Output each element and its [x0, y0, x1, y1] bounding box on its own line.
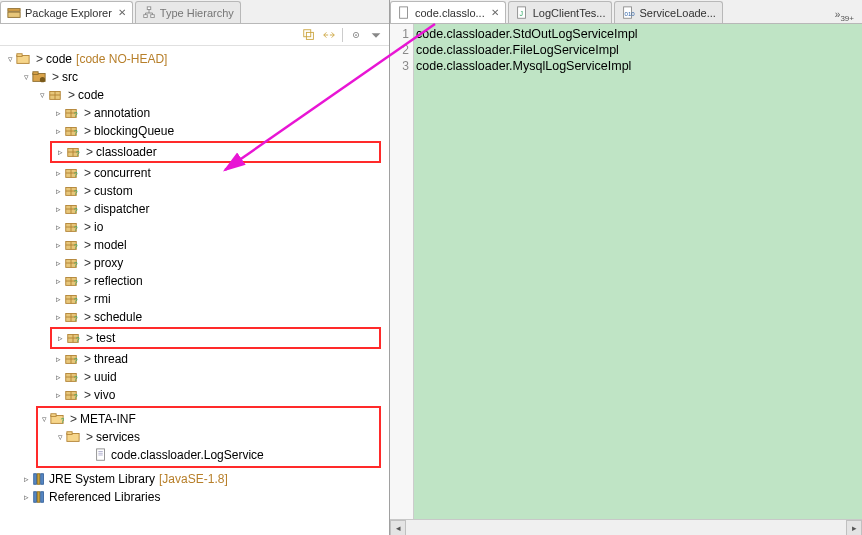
package-icon: ? [64, 238, 78, 252]
package-icon: ? [64, 166, 78, 180]
expand-arrow-icon[interactable] [52, 168, 64, 178]
svg-text:?: ? [76, 336, 80, 343]
expand-arrow-icon[interactable] [20, 72, 32, 82]
svg-text:?: ? [61, 417, 65, 424]
file-icon [397, 6, 411, 20]
tree-project[interactable]: > code [code NO-HEAD] [0, 50, 389, 68]
tree-package-schedule[interactable]: ?>schedule [0, 308, 389, 326]
expand-arrow-icon[interactable] [52, 276, 64, 286]
jre-decorator: [JavaSE-1.8] [159, 472, 228, 486]
expand-arrow-icon[interactable] [52, 108, 64, 118]
tree-package-concurrent[interactable]: ?>concurrent [0, 164, 389, 182]
expand-arrow-icon[interactable] [20, 474, 32, 484]
svg-rect-53 [34, 474, 37, 485]
src-label: src [62, 70, 78, 84]
tree-package-custom[interactable]: ?>custom [0, 182, 389, 200]
expand-arrow-icon[interactable] [52, 126, 64, 136]
horizontal-scrollbar[interactable]: ◂ ▸ [390, 519, 862, 535]
expand-arrow-icon[interactable] [52, 354, 64, 364]
tree-package-classloader[interactable]: ?>classloader [52, 143, 379, 161]
svg-rect-12 [33, 72, 38, 75]
tab-type-hierarchy[interactable]: Type Hierarchy [135, 1, 241, 23]
tree-package-blockingQueue[interactable]: ?>blockingQueue [0, 122, 389, 140]
file-icon [94, 448, 108, 462]
vcs-marker: > [68, 88, 75, 102]
tree-package-annotation[interactable]: ?>annotation [0, 104, 389, 122]
expand-arrow-icon[interactable] [52, 372, 64, 382]
package-icon: ? [64, 388, 78, 402]
expand-arrow-icon[interactable] [54, 432, 66, 442]
expand-arrow-icon[interactable] [52, 222, 64, 232]
folder-icon [66, 430, 80, 444]
tree-ref-libs[interactable]: Referenced Libraries [0, 488, 389, 506]
expand-arrow-icon[interactable] [20, 492, 32, 502]
library-icon [32, 490, 46, 504]
expand-arrow-icon[interactable] [52, 258, 64, 268]
expand-arrow-icon[interactable] [54, 147, 66, 157]
tree-package-io[interactable]: ?>io [0, 218, 389, 236]
vcs-marker: > [86, 331, 93, 345]
expand-arrow-icon[interactable] [52, 240, 64, 250]
tree-package-rmi[interactable]: ?>rmi [0, 290, 389, 308]
tree-package-model[interactable]: ?>model [0, 236, 389, 254]
focus-icon[interactable] [349, 28, 363, 42]
highlight-test: ?>test [50, 327, 381, 349]
svg-text:?: ? [74, 315, 78, 322]
close-icon[interactable]: ✕ [491, 7, 499, 18]
scroll-track[interactable] [406, 520, 846, 536]
project-tree[interactable]: > code [code NO-HEAD] > src > code ?>ann… [0, 46, 389, 535]
tree-package-vivo[interactable]: ?>vivo [0, 386, 389, 404]
expand-arrow-icon[interactable] [54, 333, 66, 343]
tree-service-file[interactable]: code.classloader.LogService [38, 446, 379, 464]
svg-rect-1 [8, 12, 20, 17]
vcs-marker: > [84, 124, 91, 138]
svg-text:?: ? [74, 375, 78, 382]
tree-src[interactable]: > src [0, 68, 389, 86]
tab-label: Type Hierarchy [160, 7, 234, 19]
tree-services[interactable]: > services [38, 428, 379, 446]
scroll-right-icon[interactable]: ▸ [846, 520, 862, 536]
close-icon[interactable]: ✕ [118, 7, 126, 18]
view-menu-icon[interactable] [369, 28, 383, 42]
expand-arrow-icon[interactable] [52, 390, 64, 400]
expand-arrow-icon[interactable] [52, 204, 64, 214]
tab-package-explorer[interactable]: Package Explorer ✕ [0, 1, 133, 23]
tree-jre[interactable]: JRE System Library [JavaSE-1.8] [0, 470, 389, 488]
link-editor-icon[interactable] [322, 28, 336, 42]
code-text-area[interactable]: code.classloader.StdOutLogServiceImpl co… [414, 24, 862, 535]
tree-package-proxy[interactable]: ?>proxy [0, 254, 389, 272]
expand-arrow-icon[interactable] [52, 312, 64, 322]
editor-tab-code-classloader[interactable]: code.classlo... ✕ [390, 1, 506, 23]
tab-label: LogClientTes... [533, 7, 606, 19]
svg-text:?: ? [74, 171, 78, 178]
editor-pane: code.classlo... ✕ J LogClientTes... 010 … [390, 0, 862, 535]
expand-arrow-icon[interactable] [4, 54, 16, 64]
tree-package-test[interactable]: ?>test [52, 329, 379, 347]
expand-arrow-icon[interactable] [38, 414, 50, 424]
vcs-marker: > [84, 202, 91, 216]
package-label: thread [94, 352, 128, 366]
vcs-marker: > [84, 292, 91, 306]
package-label: test [96, 331, 115, 345]
expand-arrow-icon[interactable] [52, 294, 64, 304]
svg-text:?: ? [74, 111, 78, 118]
expand-arrow-icon[interactable] [36, 90, 48, 100]
svg-text:?: ? [74, 357, 78, 364]
package-label: reflection [94, 274, 143, 288]
scroll-left-icon[interactable]: ◂ [390, 520, 406, 536]
vcs-marker: > [84, 238, 91, 252]
svg-text:?: ? [74, 129, 78, 136]
expand-arrow-icon[interactable] [52, 186, 64, 196]
svg-text:?: ? [74, 297, 78, 304]
tree-package-thread[interactable]: ?>thread [0, 350, 389, 368]
editor-tab-logclienttest[interactable]: J LogClientTes... [508, 1, 613, 23]
tree-package-reflection[interactable]: ?>reflection [0, 272, 389, 290]
editor-tab-serviceloader[interactable]: 010 ServiceLoade... [614, 1, 722, 23]
tree-meta-inf[interactable]: ? > META-INF [38, 410, 379, 428]
tree-package-dispatcher[interactable]: ?>dispatcher [0, 200, 389, 218]
svg-rect-0 [8, 8, 20, 11]
tree-package-uuid[interactable]: ?>uuid [0, 368, 389, 386]
collapse-all-icon[interactable] [302, 28, 316, 42]
tree-code-package[interactable]: > code [0, 86, 389, 104]
editor-overflow-button[interactable]: »39+ [831, 9, 858, 23]
